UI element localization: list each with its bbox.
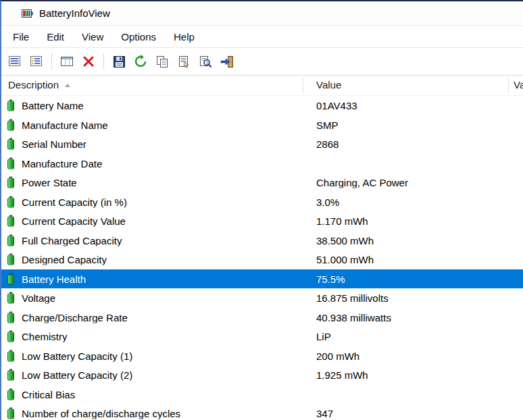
table-row[interactable]: Full Charged Capacity 38.500 mWh: [1, 231, 523, 251]
row-description: Current Capacity (in %): [22, 196, 299, 207]
row-description: Number of charge/discharge cycles: [22, 408, 299, 419]
column-header-description[interactable]: Description: [8, 79, 70, 90]
row-description: Power State: [22, 177, 299, 188]
table-row[interactable]: Designed Capacity 51.000 mWh: [1, 250, 523, 269]
row-value: LiP: [316, 331, 519, 342]
row-description: Battery Name: [22, 100, 299, 111]
column-header-value-label: Value: [316, 79, 341, 90]
row-description: Current Capacity Value: [22, 215, 299, 227]
battery-icon: [7, 157, 16, 169]
row-value: 1.170 mWh: [316, 215, 519, 227]
battery-icon: [7, 311, 16, 323]
battery-icon: [7, 176, 16, 189]
table-body: Battery Name 01AV433 Manufacture Name SM…: [1, 96, 523, 420]
row-value: 16.875 millivolts: [316, 292, 519, 304]
report-view-button[interactable]: [5, 51, 25, 72]
row-description: Low Battery Capacity (1): [22, 350, 299, 361]
battery-icon: [7, 272, 16, 285]
row-value: 1.925 mWh: [316, 369, 519, 381]
row-value: Charging, AC Power: [316, 177, 519, 188]
battery-app-icon: [22, 8, 34, 19]
find-button[interactable]: [195, 51, 216, 72]
row-value: 2868: [316, 138, 519, 150]
row-description: Battery Health: [22, 273, 299, 284]
row-description: Charge/Discharge Rate: [22, 311, 299, 323]
menu-help[interactable]: Help: [165, 28, 203, 46]
column-header-value[interactable]: Value: [316, 79, 341, 90]
save-button[interactable]: [109, 51, 129, 72]
table-row[interactable]: Charge/Discharge Rate 40.938 milliwatts: [1, 308, 523, 327]
battery-icon: [7, 369, 16, 382]
choose-columns-button[interactable]: [57, 51, 77, 72]
toolbar: [1, 47, 523, 76]
list-header: Description Value Val: [1, 76, 523, 96]
row-value: 01AV433: [316, 100, 519, 111]
table-row[interactable]: Low Battery Capacity (1) 200 mWh: [1, 346, 523, 366]
exit-door-icon: [220, 55, 234, 68]
row-description: Full Charged Capacity: [22, 234, 299, 246]
column-divider[interactable]: [303, 78, 303, 93]
battery-icon: [7, 138, 16, 151]
delete-x-icon: [82, 55, 95, 68]
menu-edit[interactable]: Edit: [38, 28, 73, 46]
battery-icon: [7, 118, 16, 131]
row-value: 200 mWh: [316, 350, 519, 361]
table-row[interactable]: Chemistry LiP: [1, 327, 523, 346]
table-row[interactable]: Serial Number 2868: [1, 134, 523, 154]
html-report-icon: [30, 55, 43, 68]
battery-icon: [7, 215, 16, 228]
row-value: SMP: [316, 119, 519, 130]
sort-ascending-icon: [65, 84, 70, 87]
row-description: Manufacture Date: [22, 157, 299, 169]
battery-icon: [7, 407, 16, 420]
battery-icon: [7, 195, 16, 208]
exit-button[interactable]: [217, 51, 237, 72]
window-title: BatteryInfoView: [39, 7, 110, 19]
menu-view[interactable]: View: [73, 28, 112, 46]
menu-options[interactable]: Options: [112, 28, 165, 46]
table-row[interactable]: Current Capacity Value 1.170 mWh: [1, 211, 523, 231]
save-icon: [113, 55, 126, 68]
table-row[interactable]: Number of charge/discharge cycles 347: [1, 404, 523, 420]
row-description: Manufacture Name: [22, 119, 299, 130]
battery-icon: [7, 388, 16, 400]
menu-file[interactable]: File: [4, 28, 38, 46]
properties-button[interactable]: [174, 51, 194, 72]
table-row[interactable]: Critical Bias: [1, 385, 523, 404]
column-header-val-clipped[interactable]: Val: [514, 79, 523, 90]
delete-button[interactable]: [78, 51, 99, 72]
app-icon[interactable]: [22, 8, 34, 19]
column-header-description-label: Description: [8, 79, 59, 90]
row-value: 51.000 mWh: [316, 254, 519, 265]
title-bar: BatteryInfoView: [1, 1, 523, 26]
table-row[interactable]: Current Capacity (in %) 3.0%: [1, 192, 523, 212]
table-row[interactable]: Battery Name 01AV433: [1, 96, 523, 115]
battery-icon: [7, 292, 16, 305]
row-description: Designed Capacity: [22, 254, 299, 265]
row-value: 38.500 mWh: [316, 234, 519, 246]
html-report-button[interactable]: [26, 51, 47, 72]
copy-button[interactable]: [152, 51, 172, 72]
row-description: Serial Number: [22, 138, 299, 150]
table-row[interactable]: Voltage 16.875 millivolts: [1, 288, 523, 308]
row-value: 3.0%: [316, 196, 519, 207]
column-header-val-clipped-label: Val: [514, 79, 523, 90]
toolbar-separator: [51, 53, 52, 70]
row-description: Low Battery Capacity (2): [22, 369, 299, 381]
battery-icon: [7, 234, 16, 246]
table-row[interactable]: Power State Charging, AC Power: [1, 173, 523, 192]
column-divider[interactable]: [508, 78, 509, 93]
battery-icon: [7, 349, 16, 362]
menu-bar: File Edit View Options Help: [1, 26, 523, 47]
properties-icon: [177, 55, 191, 68]
table-row[interactable]: Low Battery Capacity (2) 1.925 mWh: [1, 365, 523, 385]
table-row[interactable]: Manufacture Date: [1, 154, 523, 174]
refresh-button[interactable]: [130, 51, 151, 72]
refresh-icon: [134, 55, 147, 68]
find-icon: [199, 55, 212, 68]
table-row[interactable]: Manufacture Name SMP: [1, 115, 523, 135]
table-row[interactable]: Battery Health 75.5%: [1, 269, 523, 289]
row-value: 347: [316, 408, 519, 419]
row-description: Critical Bias: [22, 388, 299, 400]
row-description: Voltage: [22, 292, 299, 304]
